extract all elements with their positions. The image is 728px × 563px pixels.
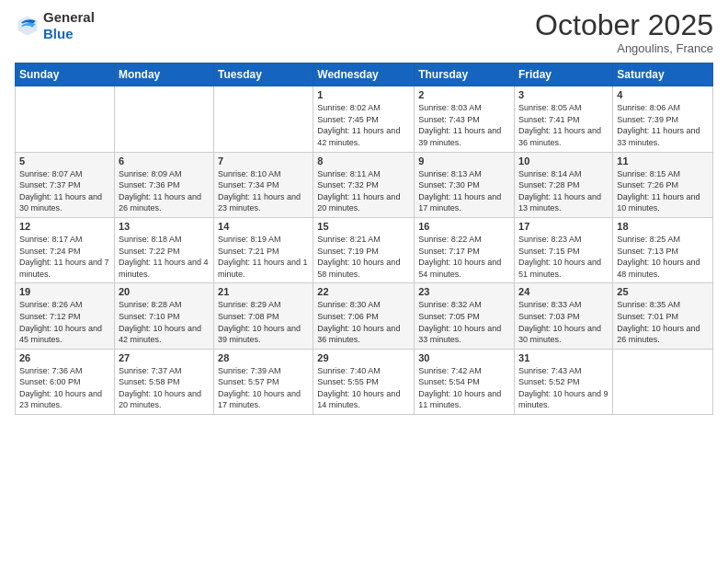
day-info: Sunrise: 8:11 AMSunset: 7:32 PMDaylight:… — [317, 168, 410, 214]
calendar-cell — [114, 86, 213, 152]
calendar-cell — [16, 86, 115, 152]
weekday-header-thursday: Thursday — [415, 63, 515, 86]
calendar-cell: 22Sunrise: 8:30 AMSunset: 7:06 PMDayligh… — [313, 283, 415, 349]
day-info: Sunrise: 8:26 AMSunset: 7:12 PMDaylight:… — [19, 299, 110, 345]
calendar-cell: 7Sunrise: 8:10 AMSunset: 7:34 PMDaylight… — [214, 152, 313, 217]
day-info: Sunrise: 8:33 AMSunset: 7:03 PMDaylight:… — [518, 299, 609, 345]
calendar-cell: 12Sunrise: 8:17 AMSunset: 7:24 PMDayligh… — [16, 217, 115, 282]
day-number: 24 — [518, 286, 609, 297]
day-info: Sunrise: 8:14 AMSunset: 7:28 PMDaylight:… — [518, 168, 609, 214]
day-info: Sunrise: 8:28 AMSunset: 7:10 PMDaylight:… — [119, 299, 210, 345]
day-number: 21 — [218, 286, 309, 297]
calendar-cell: 23Sunrise: 8:32 AMSunset: 7:05 PMDayligh… — [415, 283, 515, 349]
day-number: 12 — [19, 221, 110, 232]
calendar-cell: 1Sunrise: 8:02 AMSunset: 7:45 PMDaylight… — [313, 86, 415, 152]
day-info: Sunrise: 8:02 AMSunset: 7:45 PMDaylight:… — [317, 102, 410, 148]
calendar-cell: 28Sunrise: 7:39 AMSunset: 5:57 PMDayligh… — [214, 349, 313, 414]
calendar-cell: 17Sunrise: 8:23 AMSunset: 7:15 PMDayligh… — [515, 217, 613, 282]
day-number: 18 — [617, 221, 709, 232]
day-info: Sunrise: 8:22 AMSunset: 7:17 PMDaylight:… — [418, 234, 510, 280]
day-number: 2 — [418, 89, 510, 100]
day-number: 4 — [617, 89, 709, 100]
day-number: 7 — [218, 155, 309, 167]
day-number: 20 — [119, 286, 210, 297]
title-block: October 2025 Angoulins, France — [535, 9, 713, 55]
day-number: 6 — [119, 155, 210, 167]
week-row-1: 5Sunrise: 8:07 AMSunset: 7:37 PMDaylight… — [16, 152, 713, 217]
week-row-3: 19Sunrise: 8:26 AMSunset: 7:12 PMDayligh… — [16, 283, 713, 349]
calendar-cell — [214, 86, 313, 152]
day-info: Sunrise: 8:21 AMSunset: 7:19 PMDaylight:… — [317, 234, 410, 280]
day-info: Sunrise: 8:23 AMSunset: 7:15 PMDaylight:… — [518, 234, 609, 280]
calendar-cell: 19Sunrise: 8:26 AMSunset: 7:12 PMDayligh… — [16, 283, 115, 349]
weekday-header-saturday: Saturday — [613, 63, 713, 86]
day-info: Sunrise: 8:19 AMSunset: 7:21 PMDaylight:… — [218, 234, 309, 280]
day-number: 5 — [19, 155, 110, 167]
calendar-cell: 24Sunrise: 8:33 AMSunset: 7:03 PMDayligh… — [515, 283, 613, 349]
day-info: Sunrise: 8:13 AMSunset: 7:30 PMDaylight:… — [418, 168, 510, 214]
calendar-cell: 31Sunrise: 7:43 AMSunset: 5:52 PMDayligh… — [515, 349, 613, 414]
page: General Blue October 2025 Angoulins, Fra… — [0, 0, 728, 563]
calendar-cell: 20Sunrise: 8:28 AMSunset: 7:10 PMDayligh… — [114, 283, 213, 349]
calendar-cell — [613, 349, 713, 414]
day-number: 1 — [317, 89, 410, 100]
calendar-cell: 8Sunrise: 8:11 AMSunset: 7:32 PMDaylight… — [313, 152, 415, 217]
logo-text: General Blue — [43, 9, 95, 42]
day-info: Sunrise: 8:35 AMSunset: 7:01 PMDaylight:… — [617, 299, 709, 345]
calendar-cell: 18Sunrise: 8:25 AMSunset: 7:13 PMDayligh… — [613, 217, 713, 282]
calendar-cell: 3Sunrise: 8:05 AMSunset: 7:41 PMDaylight… — [515, 86, 613, 152]
calendar-cell: 16Sunrise: 8:22 AMSunset: 7:17 PMDayligh… — [415, 217, 515, 282]
week-row-2: 12Sunrise: 8:17 AMSunset: 7:24 PMDayligh… — [16, 217, 713, 282]
calendar-cell: 5Sunrise: 8:07 AMSunset: 7:37 PMDaylight… — [16, 152, 115, 217]
logo-icon — [15, 13, 40, 39]
day-number: 11 — [617, 155, 709, 167]
calendar-cell: 10Sunrise: 8:14 AMSunset: 7:28 PMDayligh… — [515, 152, 613, 217]
weekday-header-row: SundayMondayTuesdayWednesdayThursdayFrid… — [16, 63, 713, 86]
day-info: Sunrise: 7:39 AMSunset: 5:57 PMDaylight:… — [218, 365, 309, 411]
day-number: 26 — [19, 352, 110, 363]
calendar-cell: 30Sunrise: 7:42 AMSunset: 5:54 PMDayligh… — [415, 349, 515, 414]
day-number: 9 — [418, 155, 510, 167]
day-number: 31 — [518, 352, 609, 363]
calendar-cell: 29Sunrise: 7:40 AMSunset: 5:55 PMDayligh… — [313, 349, 415, 414]
day-info: Sunrise: 8:17 AMSunset: 7:24 PMDaylight:… — [19, 234, 110, 280]
location: Angoulins, France — [535, 41, 713, 55]
svg-marker-0 — [18, 17, 38, 36]
day-info: Sunrise: 8:07 AMSunset: 7:37 PMDaylight:… — [19, 168, 110, 214]
day-info: Sunrise: 8:18 AMSunset: 7:22 PMDaylight:… — [119, 234, 210, 280]
weekday-header-tuesday: Tuesday — [214, 63, 313, 86]
weekday-header-friday: Friday — [515, 63, 613, 86]
day-number: 25 — [617, 286, 709, 297]
day-info: Sunrise: 8:30 AMSunset: 7:06 PMDaylight:… — [317, 299, 410, 345]
day-number: 10 — [518, 155, 609, 167]
calendar-cell: 14Sunrise: 8:19 AMSunset: 7:21 PMDayligh… — [214, 217, 313, 282]
weekday-header-wednesday: Wednesday — [313, 63, 415, 86]
day-number: 19 — [19, 286, 110, 297]
day-number: 23 — [418, 286, 510, 297]
day-info: Sunrise: 8:09 AMSunset: 7:36 PMDaylight:… — [119, 168, 210, 214]
calendar-cell: 27Sunrise: 7:37 AMSunset: 5:58 PMDayligh… — [114, 349, 213, 414]
day-number: 16 — [418, 221, 510, 232]
day-info: Sunrise: 8:06 AMSunset: 7:39 PMDaylight:… — [617, 102, 709, 148]
day-info: Sunrise: 8:03 AMSunset: 7:43 PMDaylight:… — [418, 102, 510, 148]
calendar-cell: 26Sunrise: 7:36 AMSunset: 6:00 PMDayligh… — [16, 349, 115, 414]
calendar: SundayMondayTuesdayWednesdayThursdayFrid… — [15, 63, 713, 415]
day-number: 28 — [218, 352, 309, 363]
calendar-cell: 9Sunrise: 8:13 AMSunset: 7:30 PMDaylight… — [415, 152, 515, 217]
day-info: Sunrise: 7:37 AMSunset: 5:58 PMDaylight:… — [119, 365, 210, 411]
logo: General Blue — [15, 9, 95, 42]
day-number: 8 — [317, 155, 410, 167]
day-info: Sunrise: 7:42 AMSunset: 5:54 PMDaylight:… — [418, 365, 510, 411]
calendar-cell: 15Sunrise: 8:21 AMSunset: 7:19 PMDayligh… — [313, 217, 415, 282]
day-number: 15 — [317, 221, 410, 232]
week-row-0: 1Sunrise: 8:02 AMSunset: 7:45 PMDaylight… — [16, 86, 713, 152]
day-info: Sunrise: 8:29 AMSunset: 7:08 PMDaylight:… — [218, 299, 309, 345]
calendar-cell: 13Sunrise: 8:18 AMSunset: 7:22 PMDayligh… — [114, 217, 213, 282]
day-info: Sunrise: 8:15 AMSunset: 7:26 PMDaylight:… — [617, 168, 709, 214]
day-number: 27 — [119, 352, 210, 363]
day-number: 30 — [418, 352, 510, 363]
day-number: 14 — [218, 221, 309, 232]
day-info: Sunrise: 7:36 AMSunset: 6:00 PMDaylight:… — [19, 365, 110, 411]
day-info: Sunrise: 8:10 AMSunset: 7:34 PMDaylight:… — [218, 168, 309, 214]
month-title: October 2025 — [535, 9, 713, 41]
